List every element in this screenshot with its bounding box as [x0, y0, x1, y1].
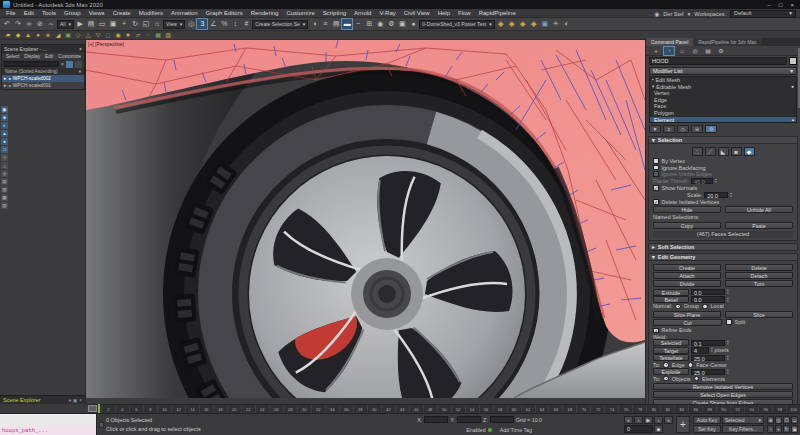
stack-row-bulb-icon[interactable]: ● — [791, 84, 794, 91]
se-display-cameras-icon[interactable]: ● — [1, 138, 8, 145]
menu-item[interactable]: Animation — [167, 10, 202, 16]
select-and-move-icon[interactable]: + — [119, 19, 129, 29]
weld-selected-button[interactable]: Selected — [653, 339, 689, 346]
track-bar-timeline[interactable]: 0246810121416182022242628303234363840424… — [87, 404, 800, 413]
scene-object-row[interactable]: ▸ ● WPCH-scaled002 — [2, 75, 84, 82]
modifier-stack-row[interactable]: Vertex — [650, 90, 796, 97]
checkbox[interactable] — [653, 158, 659, 164]
go-to-end-icon[interactable]: » — [664, 416, 673, 424]
visibility-eye-icon[interactable]: ● — [8, 76, 10, 81]
material-editor-icon[interactable]: ◉ — [375, 19, 385, 29]
polygon-mode-icon[interactable]: ■ — [731, 147, 742, 156]
align-icon[interactable]: ≡ — [320, 19, 330, 29]
modifier-stack-row[interactable]: Edge — [650, 97, 796, 104]
slice-button[interactable]: Slice — [725, 311, 793, 318]
se-display-all-icon[interactable]: ▣ — [1, 106, 8, 113]
x-coordinate-field[interactable] — [424, 416, 448, 423]
y-coordinate-field[interactable] — [457, 416, 481, 423]
modifier-stack-row[interactable]: Face — [650, 103, 796, 110]
signed-in-user[interactable]: Der Stef — [663, 11, 683, 17]
scene-explorer-search-input[interactable] — [4, 61, 59, 67]
explode-objects-radio[interactable] — [663, 376, 669, 382]
show-normals-checkbox[interactable]: ✓ — [653, 185, 659, 191]
delete-isolated-checkbox[interactable]: ✓ — [653, 199, 659, 205]
curve-editor-icon[interactable]: ~ — [353, 19, 363, 29]
pin-stack-icon[interactable]: ▼ — [649, 125, 661, 133]
tessellate-edge-radio[interactable] — [663, 362, 669, 368]
bind-to-space-warp-icon[interactable]: ∼ — [46, 19, 56, 29]
zoom-all-icon[interactable]: ◎ — [775, 416, 782, 424]
menu-item[interactable]: Rendering — [247, 10, 283, 16]
menu-item[interactable]: Tools — [38, 10, 60, 16]
vertex-mode-icon[interactable]: ∴ — [692, 147, 703, 156]
render-teapot-2-icon[interactable]: ◆ — [507, 19, 517, 29]
explode-button[interactable]: Explode — [653, 368, 689, 375]
copy-named-selection-button[interactable]: Copy — [653, 222, 721, 229]
maxscript-mini-listener[interactable]: hoops_path_... — [0, 414, 97, 435]
layer-explorer-icon[interactable]: ▤ — [331, 19, 341, 29]
ribbon-tool-icon[interactable]: ▲ — [24, 31, 32, 39]
ribbon-tool-icon[interactable]: ▥ — [164, 31, 172, 39]
ribbon-tool-icon[interactable]: ◇ — [74, 31, 82, 39]
menu-item[interactable]: Group — [60, 10, 85, 16]
scene-explorer-menu-item[interactable]: Select — [4, 54, 21, 59]
unlink-selection-icon[interactable]: ⊘ — [35, 19, 45, 29]
ribbon-tool-icon[interactable]: △ — [84, 31, 92, 39]
display-tab-icon[interactable]: ▤ — [703, 47, 713, 55]
configure-modifier-sets-icon[interactable]: ⚙ — [705, 125, 717, 133]
go-to-start-icon[interactable]: « — [624, 416, 633, 424]
edit-geometry-wide-button[interactable]: Select Open Edges — [653, 391, 793, 398]
selection-rollout-header[interactable]: ▾Selection — [648, 136, 798, 144]
maximize-button[interactable]: □ — [779, 2, 783, 8]
scene-explorer-menu-item[interactable]: Customize — [56, 54, 83, 59]
tessellate-face-center-radio[interactable] — [688, 362, 694, 368]
se-display-xrefs-icon[interactable]: ◎ — [1, 170, 8, 177]
scene-explorer-column-header[interactable]: Name (Sorted Ascending) — [5, 69, 58, 74]
refine-ends-checkbox[interactable]: ✓ — [653, 328, 659, 334]
render-teapot-1-icon[interactable]: ◆ — [496, 19, 506, 29]
render-teapot-3-icon[interactable]: ◆ — [518, 19, 528, 29]
ribbon-tool-icon[interactable]: ▰ — [4, 31, 12, 39]
edit-named-selection-sets-icon[interactable]: # — [241, 19, 251, 29]
normal-local-radio[interactable] — [702, 304, 708, 310]
explode-field[interactable]: 25.0 — [691, 369, 725, 376]
selection-filter-dropdown[interactable]: All▾ — [57, 20, 74, 29]
render-production-icon[interactable]: ● — [408, 19, 418, 29]
select-and-link-icon[interactable]: ∞ — [24, 19, 34, 29]
next-frame-icon[interactable]: › — [654, 416, 663, 424]
select-object-icon[interactable]: ▶ — [75, 19, 85, 29]
select-and-place-icon[interactable]: ⌂ — [152, 19, 162, 29]
dock-pin-icon[interactable]: ▾ — [69, 398, 71, 403]
adaptive-degradation-toggle[interactable]: Enabled — [466, 427, 491, 433]
scene-object-row[interactable]: ▸ ● WPCH-scaled001 — [2, 82, 84, 89]
visibility-eye-icon[interactable]: ● — [8, 83, 10, 88]
extrude-button[interactable]: Extrude — [653, 289, 689, 296]
listener-white-pane[interactable] — [0, 414, 96, 426]
se-display-spacewarps-icon[interactable]: ◇ — [1, 154, 8, 161]
element-mode-icon[interactable]: ◆ — [744, 147, 755, 156]
rectangular-selection-region-icon[interactable]: ▭ — [97, 19, 107, 29]
modifier-stack-row[interactable]: Polygon — [650, 110, 796, 117]
select-by-name-icon[interactable]: ▤ — [86, 19, 96, 29]
ribbon-tool-icon[interactable]: ■ — [44, 31, 52, 39]
window-crossing-icon[interactable]: ▣ — [108, 19, 118, 29]
panel-tab[interactable]: RapidPipeline for 3ds Max — [693, 38, 761, 46]
se-display-containers-icon[interactable]: ▥ — [1, 186, 8, 193]
lighting-icon[interactable]: ☀ — [551, 19, 561, 29]
object-name-field[interactable]: HOOD — [649, 57, 787, 65]
use-pivot-point-center-icon[interactable]: ◎ — [186, 19, 196, 29]
dock-float-icon[interactable]: ▣ — [73, 398, 77, 403]
menu-item[interactable]: Flow — [454, 10, 475, 16]
scene-explorer-menu-item[interactable]: Display — [22, 54, 42, 59]
toggle-ribbon-icon[interactable]: ▬ — [342, 19, 352, 29]
edit-geometry-button[interactable]: Attach — [653, 272, 721, 279]
create-tab-icon[interactable]: + — [651, 47, 661, 55]
bevel-button[interactable]: Bevel — [653, 296, 689, 303]
se-display-lights-icon[interactable]: ▲ — [1, 130, 8, 137]
render-teapot-4-icon[interactable]: ◆ — [529, 19, 539, 29]
make-unique-icon[interactable]: ◇ — [677, 125, 689, 133]
menu-item[interactable]: Views — [85, 10, 109, 16]
unhide-all-button[interactable]: Unhide All — [725, 206, 793, 213]
zoom-extents-icon[interactable]: ⊡ — [783, 416, 790, 424]
ribbon-tool-icon[interactable]: ● — [34, 31, 42, 39]
